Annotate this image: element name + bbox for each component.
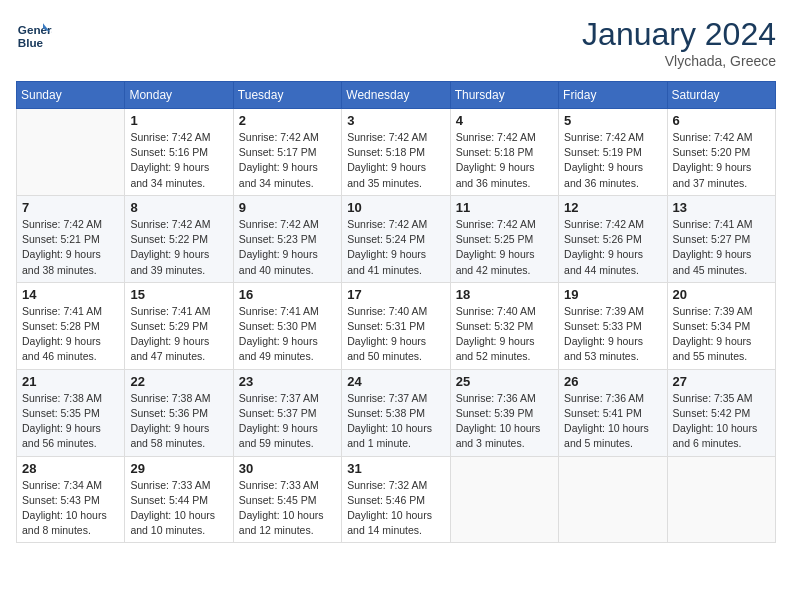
calendar-table: SundayMondayTuesdayWednesdayThursdayFrid… <box>16 81 776 543</box>
day-info: Sunrise: 7:36 AMSunset: 5:39 PMDaylight:… <box>456 391 553 452</box>
day-info: Sunrise: 7:42 AMSunset: 5:17 PMDaylight:… <box>239 130 336 191</box>
location: Vlychada, Greece <box>582 53 776 69</box>
day-info: Sunrise: 7:40 AMSunset: 5:31 PMDaylight:… <box>347 304 444 365</box>
day-info: Sunrise: 7:40 AMSunset: 5:32 PMDaylight:… <box>456 304 553 365</box>
day-number: 26 <box>564 374 661 389</box>
day-number: 22 <box>130 374 227 389</box>
day-info: Sunrise: 7:34 AMSunset: 5:43 PMDaylight:… <box>22 478 119 539</box>
calendar-cell: 20Sunrise: 7:39 AMSunset: 5:34 PMDayligh… <box>667 282 775 369</box>
day-number: 24 <box>347 374 444 389</box>
day-info: Sunrise: 7:37 AMSunset: 5:38 PMDaylight:… <box>347 391 444 452</box>
month-title: January 2024 <box>582 16 776 53</box>
day-info: Sunrise: 7:42 AMSunset: 5:19 PMDaylight:… <box>564 130 661 191</box>
day-number: 19 <box>564 287 661 302</box>
day-info: Sunrise: 7:42 AMSunset: 5:26 PMDaylight:… <box>564 217 661 278</box>
day-number: 25 <box>456 374 553 389</box>
day-info: Sunrise: 7:42 AMSunset: 5:20 PMDaylight:… <box>673 130 770 191</box>
day-info: Sunrise: 7:39 AMSunset: 5:34 PMDaylight:… <box>673 304 770 365</box>
day-info: Sunrise: 7:42 AMSunset: 5:25 PMDaylight:… <box>456 217 553 278</box>
svg-text:Blue: Blue <box>18 36 44 49</box>
calendar-cell: 11Sunrise: 7:42 AMSunset: 5:25 PMDayligh… <box>450 195 558 282</box>
day-number: 4 <box>456 113 553 128</box>
weekday-friday: Friday <box>559 82 667 109</box>
calendar-cell: 31Sunrise: 7:32 AMSunset: 5:46 PMDayligh… <box>342 456 450 543</box>
day-number: 10 <box>347 200 444 215</box>
day-number: 2 <box>239 113 336 128</box>
day-number: 1 <box>130 113 227 128</box>
weekday-sunday: Sunday <box>17 82 125 109</box>
calendar-cell: 22Sunrise: 7:38 AMSunset: 5:36 PMDayligh… <box>125 369 233 456</box>
calendar-cell: 17Sunrise: 7:40 AMSunset: 5:31 PMDayligh… <box>342 282 450 369</box>
weekday-tuesday: Tuesday <box>233 82 341 109</box>
calendar-cell: 8Sunrise: 7:42 AMSunset: 5:22 PMDaylight… <box>125 195 233 282</box>
calendar-cell: 9Sunrise: 7:42 AMSunset: 5:23 PMDaylight… <box>233 195 341 282</box>
calendar-cell: 28Sunrise: 7:34 AMSunset: 5:43 PMDayligh… <box>17 456 125 543</box>
day-number: 29 <box>130 461 227 476</box>
calendar-cell: 25Sunrise: 7:36 AMSunset: 5:39 PMDayligh… <box>450 369 558 456</box>
day-info: Sunrise: 7:33 AMSunset: 5:45 PMDaylight:… <box>239 478 336 539</box>
calendar-cell: 14Sunrise: 7:41 AMSunset: 5:28 PMDayligh… <box>17 282 125 369</box>
calendar-cell: 16Sunrise: 7:41 AMSunset: 5:30 PMDayligh… <box>233 282 341 369</box>
day-number: 12 <box>564 200 661 215</box>
day-number: 30 <box>239 461 336 476</box>
day-info: Sunrise: 7:38 AMSunset: 5:36 PMDaylight:… <box>130 391 227 452</box>
calendar-cell <box>559 456 667 543</box>
day-info: Sunrise: 7:41 AMSunset: 5:30 PMDaylight:… <box>239 304 336 365</box>
day-number: 3 <box>347 113 444 128</box>
calendar-cell: 26Sunrise: 7:36 AMSunset: 5:41 PMDayligh… <box>559 369 667 456</box>
weekday-thursday: Thursday <box>450 82 558 109</box>
weekday-monday: Monday <box>125 82 233 109</box>
day-number: 6 <box>673 113 770 128</box>
day-info: Sunrise: 7:41 AMSunset: 5:28 PMDaylight:… <box>22 304 119 365</box>
logo: General Blue <box>16 16 52 52</box>
calendar-body: 1Sunrise: 7:42 AMSunset: 5:16 PMDaylight… <box>17 109 776 543</box>
day-info: Sunrise: 7:42 AMSunset: 5:18 PMDaylight:… <box>347 130 444 191</box>
day-info: Sunrise: 7:42 AMSunset: 5:21 PMDaylight:… <box>22 217 119 278</box>
day-number: 13 <box>673 200 770 215</box>
calendar-cell: 19Sunrise: 7:39 AMSunset: 5:33 PMDayligh… <box>559 282 667 369</box>
day-info: Sunrise: 7:41 AMSunset: 5:29 PMDaylight:… <box>130 304 227 365</box>
day-number: 21 <box>22 374 119 389</box>
day-info: Sunrise: 7:33 AMSunset: 5:44 PMDaylight:… <box>130 478 227 539</box>
day-number: 7 <box>22 200 119 215</box>
calendar-cell: 13Sunrise: 7:41 AMSunset: 5:27 PMDayligh… <box>667 195 775 282</box>
day-info: Sunrise: 7:32 AMSunset: 5:46 PMDaylight:… <box>347 478 444 539</box>
day-info: Sunrise: 7:41 AMSunset: 5:27 PMDaylight:… <box>673 217 770 278</box>
day-number: 17 <box>347 287 444 302</box>
calendar-cell: 5Sunrise: 7:42 AMSunset: 5:19 PMDaylight… <box>559 109 667 196</box>
day-info: Sunrise: 7:42 AMSunset: 5:22 PMDaylight:… <box>130 217 227 278</box>
calendar-cell: 18Sunrise: 7:40 AMSunset: 5:32 PMDayligh… <box>450 282 558 369</box>
calendar-cell: 7Sunrise: 7:42 AMSunset: 5:21 PMDaylight… <box>17 195 125 282</box>
logo-icon: General Blue <box>16 16 52 52</box>
weekday-saturday: Saturday <box>667 82 775 109</box>
day-number: 31 <box>347 461 444 476</box>
calendar-cell: 24Sunrise: 7:37 AMSunset: 5:38 PMDayligh… <box>342 369 450 456</box>
day-number: 8 <box>130 200 227 215</box>
day-info: Sunrise: 7:42 AMSunset: 5:23 PMDaylight:… <box>239 217 336 278</box>
calendar-cell <box>450 456 558 543</box>
day-number: 27 <box>673 374 770 389</box>
day-number: 15 <box>130 287 227 302</box>
calendar-week-2: 14Sunrise: 7:41 AMSunset: 5:28 PMDayligh… <box>17 282 776 369</box>
calendar-cell: 10Sunrise: 7:42 AMSunset: 5:24 PMDayligh… <box>342 195 450 282</box>
calendar-cell: 1Sunrise: 7:42 AMSunset: 5:16 PMDaylight… <box>125 109 233 196</box>
day-number: 20 <box>673 287 770 302</box>
day-info: Sunrise: 7:36 AMSunset: 5:41 PMDaylight:… <box>564 391 661 452</box>
weekday-header-row: SundayMondayTuesdayWednesdayThursdayFrid… <box>17 82 776 109</box>
day-info: Sunrise: 7:42 AMSunset: 5:16 PMDaylight:… <box>130 130 227 191</box>
calendar-cell: 27Sunrise: 7:35 AMSunset: 5:42 PMDayligh… <box>667 369 775 456</box>
calendar-cell <box>667 456 775 543</box>
calendar-cell: 3Sunrise: 7:42 AMSunset: 5:18 PMDaylight… <box>342 109 450 196</box>
weekday-wednesday: Wednesday <box>342 82 450 109</box>
calendar-week-1: 7Sunrise: 7:42 AMSunset: 5:21 PMDaylight… <box>17 195 776 282</box>
day-info: Sunrise: 7:39 AMSunset: 5:33 PMDaylight:… <box>564 304 661 365</box>
calendar-cell: 4Sunrise: 7:42 AMSunset: 5:18 PMDaylight… <box>450 109 558 196</box>
day-number: 23 <box>239 374 336 389</box>
calendar-cell: 15Sunrise: 7:41 AMSunset: 5:29 PMDayligh… <box>125 282 233 369</box>
calendar-cell: 6Sunrise: 7:42 AMSunset: 5:20 PMDaylight… <box>667 109 775 196</box>
day-info: Sunrise: 7:35 AMSunset: 5:42 PMDaylight:… <box>673 391 770 452</box>
title-section: January 2024 Vlychada, Greece <box>582 16 776 69</box>
day-info: Sunrise: 7:38 AMSunset: 5:35 PMDaylight:… <box>22 391 119 452</box>
day-info: Sunrise: 7:42 AMSunset: 5:18 PMDaylight:… <box>456 130 553 191</box>
calendar-cell: 29Sunrise: 7:33 AMSunset: 5:44 PMDayligh… <box>125 456 233 543</box>
